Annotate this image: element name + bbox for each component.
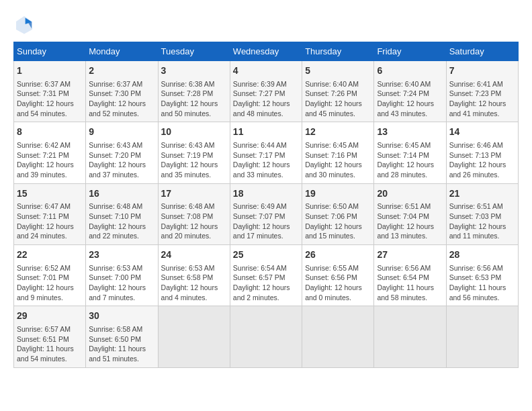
calendar-day-empty bbox=[302, 306, 374, 367]
calendar-day-14: 14Sunrise: 6:46 AMSunset: 7:13 PMDayligh… bbox=[446, 122, 518, 183]
calendar-day-13: 13Sunrise: 6:45 AMSunset: 7:14 PMDayligh… bbox=[374, 122, 446, 183]
logo-icon bbox=[13, 13, 35, 35]
calendar-day-7: 7Sunrise: 6:41 AMSunset: 7:23 PMDaylight… bbox=[446, 61, 518, 122]
calendar-day-4: 4Sunrise: 6:39 AMSunset: 7:27 PMDaylight… bbox=[230, 61, 302, 122]
calendar-day-10: 10Sunrise: 6:43 AMSunset: 7:19 PMDayligh… bbox=[158, 122, 230, 183]
calendar-day-6: 6Sunrise: 6:40 AMSunset: 7:24 PMDaylight… bbox=[374, 61, 446, 122]
calendar-day-1: 1Sunrise: 6:37 AMSunset: 7:31 PMDaylight… bbox=[14, 61, 86, 122]
column-header-friday: Friday bbox=[374, 42, 446, 61]
calendar-day-26: 26Sunrise: 6:55 AMSunset: 6:56 PMDayligh… bbox=[302, 245, 374, 306]
calendar-day-9: 9Sunrise: 6:43 AMSunset: 7:20 PMDaylight… bbox=[86, 122, 158, 183]
calendar-day-28: 28Sunrise: 6:56 AMSunset: 6:53 PMDayligh… bbox=[446, 245, 518, 306]
calendar-day-2: 2Sunrise: 6:37 AMSunset: 7:30 PMDaylight… bbox=[86, 61, 158, 122]
calendar-day-17: 17Sunrise: 6:48 AMSunset: 7:08 PMDayligh… bbox=[158, 183, 230, 244]
calendar-day-empty bbox=[446, 306, 518, 367]
calendar-day-8: 8Sunrise: 6:42 AMSunset: 7:21 PMDaylight… bbox=[14, 122, 86, 183]
calendar-day-15: 15Sunrise: 6:47 AMSunset: 7:11 PMDayligh… bbox=[14, 183, 86, 244]
calendar-day-empty bbox=[158, 306, 230, 367]
calendar-week-5: 29Sunrise: 6:57 AMSunset: 6:51 PMDayligh… bbox=[14, 306, 519, 367]
calendar-day-18: 18Sunrise: 6:49 AMSunset: 7:07 PMDayligh… bbox=[230, 183, 302, 244]
calendar-day-12: 12Sunrise: 6:45 AMSunset: 7:16 PMDayligh… bbox=[302, 122, 374, 183]
calendar-day-empty bbox=[230, 306, 302, 367]
column-header-sunday: Sunday bbox=[14, 42, 86, 61]
calendar-day-19: 19Sunrise: 6:50 AMSunset: 7:06 PMDayligh… bbox=[302, 183, 374, 244]
calendar-day-27: 27Sunrise: 6:56 AMSunset: 6:54 PMDayligh… bbox=[374, 245, 446, 306]
calendar-day-16: 16Sunrise: 6:48 AMSunset: 7:10 PMDayligh… bbox=[86, 183, 158, 244]
logo bbox=[13, 13, 38, 35]
calendar-table: SundayMondayTuesdayWednesdayThursdayFrid… bbox=[13, 42, 519, 368]
calendar-day-24: 24Sunrise: 6:53 AMSunset: 6:58 PMDayligh… bbox=[158, 245, 230, 306]
calendar-day-11: 11Sunrise: 6:44 AMSunset: 7:17 PMDayligh… bbox=[230, 122, 302, 183]
column-header-wednesday: Wednesday bbox=[230, 42, 302, 61]
calendar-day-21: 21Sunrise: 6:51 AMSunset: 7:03 PMDayligh… bbox=[446, 183, 518, 244]
calendar-day-20: 20Sunrise: 6:51 AMSunset: 7:04 PMDayligh… bbox=[374, 183, 446, 244]
column-header-monday: Monday bbox=[86, 42, 158, 61]
calendar-week-4: 22Sunrise: 6:52 AMSunset: 7:01 PMDayligh… bbox=[14, 245, 519, 306]
column-header-saturday: Saturday bbox=[446, 42, 518, 61]
calendar-day-23: 23Sunrise: 6:53 AMSunset: 7:00 PMDayligh… bbox=[86, 245, 158, 306]
calendar-day-30: 30Sunrise: 6:58 AMSunset: 6:50 PMDayligh… bbox=[86, 306, 158, 367]
calendar-day-29: 29Sunrise: 6:57 AMSunset: 6:51 PMDayligh… bbox=[14, 306, 86, 367]
calendar-day-25: 25Sunrise: 6:54 AMSunset: 6:57 PMDayligh… bbox=[230, 245, 302, 306]
calendar-day-3: 3Sunrise: 6:38 AMSunset: 7:28 PMDaylight… bbox=[158, 61, 230, 122]
calendar-day-5: 5Sunrise: 6:40 AMSunset: 7:26 PMDaylight… bbox=[302, 61, 374, 122]
calendar-week-1: 1Sunrise: 6:37 AMSunset: 7:31 PMDaylight… bbox=[14, 61, 519, 122]
page-header bbox=[13, 13, 519, 35]
calendar-week-2: 8Sunrise: 6:42 AMSunset: 7:21 PMDaylight… bbox=[14, 122, 519, 183]
calendar-day-22: 22Sunrise: 6:52 AMSunset: 7:01 PMDayligh… bbox=[14, 245, 86, 306]
column-header-tuesday: Tuesday bbox=[158, 42, 230, 61]
calendar-week-3: 15Sunrise: 6:47 AMSunset: 7:11 PMDayligh… bbox=[14, 183, 519, 244]
calendar-day-empty bbox=[374, 306, 446, 367]
column-header-thursday: Thursday bbox=[302, 42, 374, 61]
calendar-header-row: SundayMondayTuesdayWednesdayThursdayFrid… bbox=[14, 42, 519, 61]
